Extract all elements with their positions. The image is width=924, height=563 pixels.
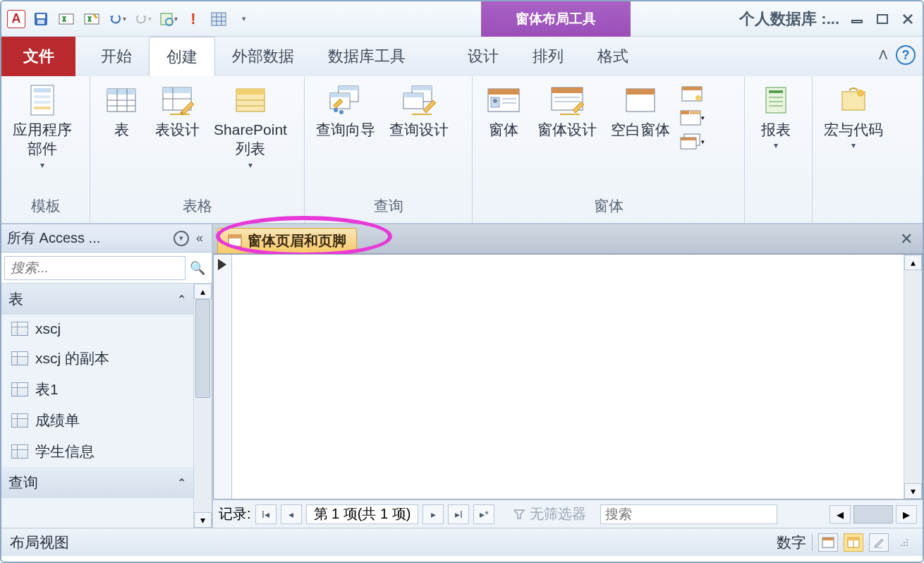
scroll-up-icon[interactable]: ▴ <box>194 284 212 299</box>
nav-object-list: 表⌃ xscj xscj 的副本 表1 成绩单 学生信息 查询⌃ <box>1 284 193 528</box>
svg-rect-43 <box>403 93 423 97</box>
svg-rect-63 <box>690 111 700 114</box>
form-wizard-icon[interactable] <box>679 83 705 104</box>
datasheet-icon[interactable] <box>209 9 229 29</box>
design-view-icon[interactable] <box>869 533 889 552</box>
form-label: 窗体 <box>489 120 518 139</box>
table-button[interactable]: 表 <box>96 80 147 142</box>
svg-rect-20 <box>107 89 135 95</box>
new-record-icon[interactable]: ▸* <box>473 504 494 524</box>
minimize-icon[interactable] <box>849 11 865 27</box>
scrollbar-thumb[interactable] <box>195 299 210 398</box>
nav-search-input[interactable] <box>4 256 186 280</box>
prev-record-icon[interactable]: ◂ <box>281 504 302 524</box>
scroll-right-icon[interactable]: ▸ <box>896 505 917 523</box>
collapse-nav-icon[interactable]: « <box>193 231 206 246</box>
navigation-form-icon[interactable]: ▾ <box>679 107 705 128</box>
sharepoint-lists-button[interactable]: SharePoint 列表 ▾ <box>208 80 293 173</box>
record-search-input[interactable] <box>600 504 777 524</box>
scroll-down-icon[interactable]: ▾ <box>194 512 212 528</box>
application-parts-button[interactable]: 应用程序 部件 ▾ <box>7 80 78 173</box>
table-design-button[interactable]: 表设计 <box>150 80 205 142</box>
first-record-icon[interactable]: I◂ <box>255 504 276 524</box>
vertical-scrollbar[interactable]: ▴ ▾ <box>904 255 922 499</box>
help-icon[interactable]: ? <box>896 45 916 65</box>
table-object-icon <box>11 322 28 336</box>
group-forms-label: 窗体 <box>478 192 738 222</box>
nav-table-item[interactable]: 表1 <box>1 374 193 405</box>
blank-form-button[interactable]: 空白窗体 <box>605 80 676 142</box>
table-object-icon <box>11 351 28 365</box>
form-canvas[interactable] <box>232 255 904 499</box>
save-icon[interactable] <box>31 9 51 29</box>
form-tab[interactable]: 窗体页眉和页脚 <box>217 228 357 253</box>
tab-format[interactable]: 格式 <box>580 37 645 76</box>
tab-home[interactable]: 开始 <box>84 37 149 76</box>
query-design-button[interactable]: 查询设计 <box>384 80 454 142</box>
last-record-icon[interactable]: ▸I <box>448 504 469 524</box>
svg-rect-7 <box>212 13 226 25</box>
nav-category-queries[interactable]: 查询⌃ <box>1 467 193 498</box>
chevron-down-icon: ▾ <box>248 160 253 170</box>
form-design-icon <box>550 83 584 117</box>
title-bar: A ▾ ▾ ▾ ! ▾ 窗体布局工具 个人数据库 :... <box>1 1 923 37</box>
print-preview-icon[interactable]: ▾ <box>158 9 178 29</box>
nav-scrollbar[interactable]: ▴ ▾ <box>193 284 212 528</box>
close-tab-icon[interactable]: ✕ <box>890 230 923 248</box>
scrollbar-thumb[interactable] <box>853 505 893 523</box>
table-object-icon <box>11 444 28 459</box>
svg-point-86 <box>904 545 905 546</box>
tab-file[interactable]: 文件 <box>1 37 75 76</box>
query-design-icon <box>402 83 436 117</box>
redo-icon[interactable]: ▾ <box>133 9 152 29</box>
report-button[interactable]: 报表 ▾ <box>750 80 801 153</box>
tab-database-tools[interactable]: 数据库工具 <box>311 37 423 76</box>
tab-design[interactable]: 设计 <box>451 37 516 76</box>
numlock-label: 数字 <box>777 533 806 552</box>
more-forms-icon[interactable]: ▾ <box>679 131 705 152</box>
next-record-icon[interactable]: ▸ <box>423 504 444 524</box>
undo-icon[interactable]: ▾ <box>107 9 127 29</box>
scroll-left-icon[interactable]: ◂ <box>829 505 851 523</box>
svg-rect-52 <box>552 87 583 93</box>
record-selector[interactable] <box>214 255 232 499</box>
report-label: 报表 <box>761 120 791 139</box>
qat-customize-icon[interactable]: ▾ <box>234 9 254 29</box>
tab-create[interactable]: 创建 <box>149 37 215 76</box>
form-view-icon[interactable] <box>818 533 838 552</box>
tab-external-data[interactable]: 外部数据 <box>215 37 311 76</box>
nav-table-item[interactable]: 成绩单 <box>1 405 193 436</box>
nav-table-item[interactable]: xscj <box>1 315 193 343</box>
minimize-ribbon-icon[interactable]: ᐱ <box>879 47 887 63</box>
search-icon[interactable]: 🔍 <box>186 256 209 280</box>
svg-rect-1 <box>37 14 45 18</box>
form-tab-label: 窗体页眉和页脚 <box>248 231 346 250</box>
nav-table-item[interactable]: 学生信息 <box>1 436 193 467</box>
layout-view-icon[interactable] <box>844 533 863 552</box>
nav-table-item[interactable]: xscj 的副本 <box>1 343 193 374</box>
chevron-down-icon: ▾ <box>774 140 778 150</box>
scroll-down-icon[interactable]: ▾ <box>904 483 922 499</box>
export-excel-icon[interactable] <box>56 9 76 29</box>
macro-button[interactable]: 宏与代码 ▾ <box>818 80 889 153</box>
record-nav-label: 记录: <box>219 504 251 523</box>
nav-dropdown-icon[interactable]: ▾ <box>174 231 189 246</box>
scroll-up-icon[interactable]: ▴ <box>904 255 922 270</box>
table-design-icon <box>161 83 195 117</box>
status-bar: 布局视图 数字 <box>1 528 923 556</box>
priority-icon[interactable]: ! <box>183 9 203 29</box>
form-design-button[interactable]: 窗体设计 <box>532 80 602 142</box>
form-button[interactable]: 窗体 <box>478 80 529 142</box>
svg-rect-75 <box>229 235 241 238</box>
sharepoint-icon <box>233 83 267 117</box>
close-icon[interactable] <box>900 11 916 27</box>
nav-category-tables[interactable]: 表⌃ <box>1 284 193 315</box>
tab-arrange[interactable]: 排列 <box>516 37 580 76</box>
import-excel-icon[interactable] <box>82 9 102 29</box>
nav-header[interactable]: 所有 Access ... ▾ « <box>1 224 212 253</box>
query-wizard-button[interactable]: 查询向导 <box>310 80 381 142</box>
resize-grip-icon[interactable] <box>894 533 914 552</box>
svg-rect-77 <box>822 538 834 540</box>
horizontal-scrollbar[interactable]: ◂ ▸ <box>829 505 917 523</box>
maximize-icon[interactable] <box>875 11 890 27</box>
